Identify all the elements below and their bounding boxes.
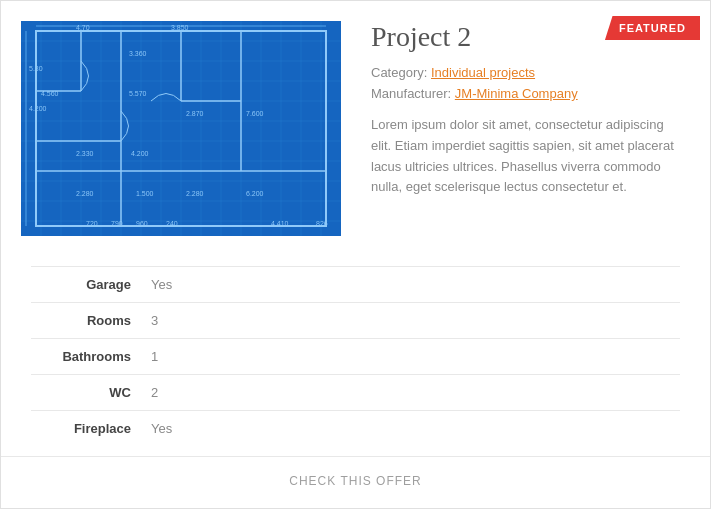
table-row: WC2 (31, 374, 680, 410)
spec-value: 2 (151, 385, 158, 400)
check-offer-button[interactable]: CHECK THIS OFFER (289, 474, 421, 488)
specs-section: GarageYesRooms3Bathrooms1WC2FireplaceYes (1, 256, 710, 446)
svg-text:4.200: 4.200 (29, 105, 47, 112)
svg-text:240: 240 (166, 220, 178, 227)
spec-label: WC (31, 385, 151, 400)
svg-text:6.200: 6.200 (246, 190, 264, 197)
spec-value: Yes (151, 421, 172, 436)
svg-text:826: 826 (316, 220, 328, 227)
category-link[interactable]: Individual projects (431, 65, 535, 80)
manufacturer-link[interactable]: JM-Minima Company (455, 86, 578, 101)
spec-value: 3 (151, 313, 158, 328)
svg-text:2.870: 2.870 (186, 110, 204, 117)
svg-text:3.360: 3.360 (129, 50, 147, 57)
svg-text:1.500: 1.500 (136, 190, 154, 197)
svg-text:4.200: 4.200 (131, 150, 149, 157)
description-text: Lorem ipsum dolor sit amet, consectetur … (371, 115, 680, 198)
manufacturer-label: Manufacturer: (371, 86, 451, 101)
svg-text:960: 960 (136, 220, 148, 227)
table-row: GarageYes (31, 266, 680, 302)
svg-text:790: 790 (111, 220, 123, 227)
blueprint-image: 3.850 4.70 5.30 4.200 4.560 3.360 5.570 … (21, 21, 341, 236)
manufacturer-line: Manufacturer: JM-Minima Company (371, 86, 680, 101)
card-footer: CHECK THIS OFFER (1, 456, 710, 503)
spec-label: Fireplace (31, 421, 151, 436)
spec-value: Yes (151, 277, 172, 292)
spec-value: 1 (151, 349, 158, 364)
table-row: Bathrooms1 (31, 338, 680, 374)
svg-text:4.410: 4.410 (271, 220, 289, 227)
card-top: 3.850 4.70 5.30 4.200 4.560 3.360 5.570 … (1, 1, 710, 256)
featured-badge: FEATURED (605, 16, 700, 40)
svg-text:7.600: 7.600 (246, 110, 264, 117)
svg-text:5.30: 5.30 (29, 65, 43, 72)
svg-text:4.70: 4.70 (76, 24, 90, 31)
svg-text:2.280: 2.280 (76, 190, 94, 197)
spec-label: Rooms (31, 313, 151, 328)
svg-text:4.560: 4.560 (41, 90, 59, 97)
info-panel: FEATURED Project 2 Category: Individual … (361, 21, 690, 236)
svg-text:720: 720 (86, 220, 98, 227)
svg-text:3.850: 3.850 (171, 24, 189, 31)
table-row: Rooms3 (31, 302, 680, 338)
spec-label: Garage (31, 277, 151, 292)
table-row: FireplaceYes (31, 410, 680, 446)
project-card: 3.850 4.70 5.30 4.200 4.560 3.360 5.570 … (0, 0, 711, 509)
spec-label: Bathrooms (31, 349, 151, 364)
svg-text:5.570: 5.570 (129, 90, 147, 97)
svg-text:2.330: 2.330 (76, 150, 94, 157)
category-line: Category: Individual projects (371, 65, 680, 80)
svg-text:2.280: 2.280 (186, 190, 204, 197)
category-label: Category: (371, 65, 427, 80)
